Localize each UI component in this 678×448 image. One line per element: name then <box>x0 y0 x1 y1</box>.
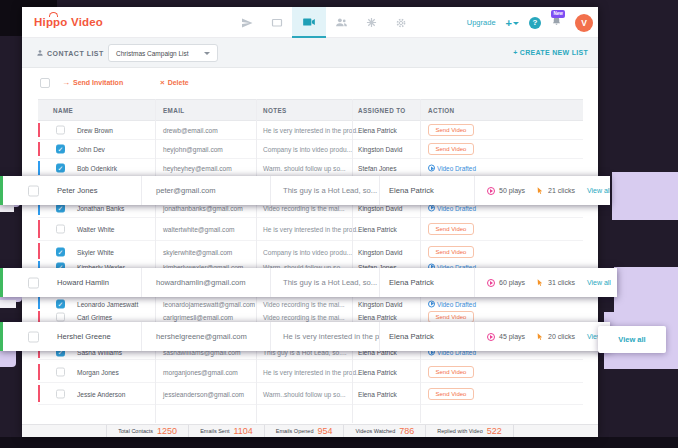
send-video-button[interactable]: Send Video <box>428 246 474 258</box>
row-checkbox[interactable] <box>56 164 65 173</box>
table-row[interactable]: Jessie Anderson jessieanderson@gmail.com… <box>38 383 583 405</box>
highlighted-contact-row[interactable]: Hershel Greene hershelgreene@gmail.com H… <box>0 322 610 351</box>
contact-name: Leonardo Jameswatt <box>77 300 138 307</box>
background-fragment <box>0 300 16 308</box>
contact-email: heyjohn@gmail.com <box>163 146 223 153</box>
create-new-list-button[interactable]: + CREATE NEW LIST <box>513 49 588 56</box>
contact-assigned-to: Elena Patrick <box>380 322 475 351</box>
contact-name: Bob Odenkirk <box>77 165 117 172</box>
highlighted-contact-row[interactable]: Peter Jones peter@gmail.com This guy is … <box>0 176 610 205</box>
send-video-button[interactable]: Send Video <box>428 311 474 323</box>
row-checkbox[interactable] <box>56 145 65 154</box>
clicks-icon <box>535 278 544 287</box>
send-video-button[interactable]: Send Video <box>428 366 474 378</box>
contact-notes: Company is into video produ... <box>263 146 352 153</box>
stat-emails-opened: Emails Opened954 <box>265 425 345 437</box>
integrations-icon[interactable] <box>356 7 386 38</box>
column-header-action: ACTION <box>428 107 455 114</box>
send-video-button[interactable]: Send Video <box>428 124 474 136</box>
clicks-icon <box>535 332 544 341</box>
stat-emails-sent: Emails Sent1104 <box>189 425 265 437</box>
column-divider <box>420 99 421 423</box>
list-toolbar: →Send Invitation ×Delete <box>22 68 598 98</box>
plays-icon <box>487 187 495 195</box>
add-new-button[interactable]: + <box>506 18 519 28</box>
view-all-link[interactable]: View all <box>587 187 610 194</box>
contact-email: morganjones@gmail.com <box>163 369 238 376</box>
view-all-tooltip[interactable]: View all <box>598 326 666 353</box>
contact-assigned-to: Kingston David <box>358 300 402 307</box>
notifications-bell[interactable]: New <box>551 15 565 31</box>
contacts-icon[interactable] <box>326 7 356 38</box>
table-header: NAME EMAIL NOTES ASSIGNED TO ACTION <box>38 99 583 121</box>
send-video-button[interactable]: Send Video <box>428 223 474 235</box>
x-icon: × <box>160 79 165 86</box>
send-video-button[interactable]: Send Video <box>428 143 474 155</box>
contact-name: Walter White <box>77 226 115 233</box>
row-checkbox[interactable] <box>28 331 39 342</box>
video-drafted-link[interactable]: Video Drafted <box>428 300 476 307</box>
upgrade-link[interactable]: Upgrade <box>467 18 496 27</box>
table-row[interactable]: Walter White waltertwhite@gmail.com He i… <box>38 218 583 241</box>
plays-icon <box>487 333 495 341</box>
contact-name: John Dev <box>77 146 105 153</box>
screen-icon[interactable] <box>262 7 292 38</box>
table-row[interactable]: John Dev heyjohn@gmail.com Company is in… <box>38 140 583 159</box>
contact-assigned-to: Kingston David <box>358 249 402 256</box>
contact-notes: Video recording is the mai... <box>263 313 345 320</box>
contact-name: Drew Brown <box>77 127 113 134</box>
contact-notes: He is very interested in the prod... <box>263 127 362 134</box>
stat-total-contacts: Total Contacts1250 <box>106 425 189 437</box>
row-checkbox[interactable] <box>28 277 39 288</box>
contact-email: howardhamlin@gmail.com <box>142 268 271 297</box>
contact-name: Hershel Greene <box>57 332 111 341</box>
video-camera-icon[interactable] <box>292 7 326 38</box>
stat-videos-watched: Videos Watched786 <box>344 425 426 437</box>
row-checkbox[interactable] <box>56 225 65 234</box>
contact-notes: Warm. should follow up so... <box>263 165 346 172</box>
row-checkbox[interactable] <box>28 185 39 196</box>
contact-notes: He is very interested in the prod... <box>263 369 362 376</box>
contact-notes: Company is into video produ... <box>263 249 352 256</box>
delete-button[interactable]: ×Delete <box>160 79 189 86</box>
help-button[interactable]: ? <box>529 17 541 29</box>
column-divider <box>352 99 353 423</box>
column-header-name: NAME <box>53 107 73 114</box>
row-checkbox[interactable] <box>56 299 65 308</box>
contact-assigned-to: Elena Patrick <box>380 268 475 297</box>
send-icon[interactable] <box>232 7 262 38</box>
contact-email: leonardojameswatt@gmail.com <box>163 300 255 307</box>
row-checkbox[interactable] <box>56 248 65 257</box>
background-fragment <box>612 172 678 220</box>
header-right-cluster: Upgrade + ? New V <box>467 7 593 38</box>
highlighted-contact-row[interactable]: Howard Hamlin howardhamlin@gmail.com Thi… <box>0 268 617 297</box>
main-nav <box>232 7 416 38</box>
view-all-link[interactable]: View all <box>587 279 611 286</box>
row-checkbox[interactable] <box>56 126 65 135</box>
clicks-count: 31 clicks <box>548 279 575 286</box>
background-fragment <box>0 205 14 212</box>
settings-icon[interactable] <box>386 7 416 38</box>
user-avatar[interactable]: V <box>575 14 593 32</box>
row-checkbox[interactable] <box>56 389 65 398</box>
new-badge: New <box>551 10 565 18</box>
hippo-icon <box>49 12 58 17</box>
row-checkbox[interactable] <box>56 312 65 321</box>
video-drafted-link[interactable]: Video Drafted <box>428 204 476 211</box>
video-drafted-link[interactable]: Video Drafted <box>428 165 476 172</box>
plays-count: 60 plays <box>499 279 525 286</box>
chevron-down-icon <box>204 52 210 55</box>
row-checkbox[interactable] <box>56 368 65 377</box>
contact-notes: This guy is a Hot Lead, so... <box>271 176 380 205</box>
campaign-list-select[interactable]: Christmas Campaign List <box>108 44 218 62</box>
table-row[interactable]: Morgan Jones morganjones@gmail.com He is… <box>38 362 583 383</box>
column-header-assigned: ASSIGNED TO <box>358 107 406 114</box>
background-dark-strip <box>0 437 678 448</box>
send-invitation-button[interactable]: →Send Invitation <box>62 79 123 86</box>
select-all-checkbox[interactable] <box>40 78 50 88</box>
contact-notes: Video recording is the mai... <box>263 300 345 307</box>
person-icon <box>36 49 44 57</box>
send-video-button[interactable]: Send Video <box>428 388 474 400</box>
table-row[interactable]: Drew Brown drewb@email.com He is very in… <box>38 121 583 140</box>
hippo-video-logo[interactable]: Hippo Video <box>34 16 103 28</box>
